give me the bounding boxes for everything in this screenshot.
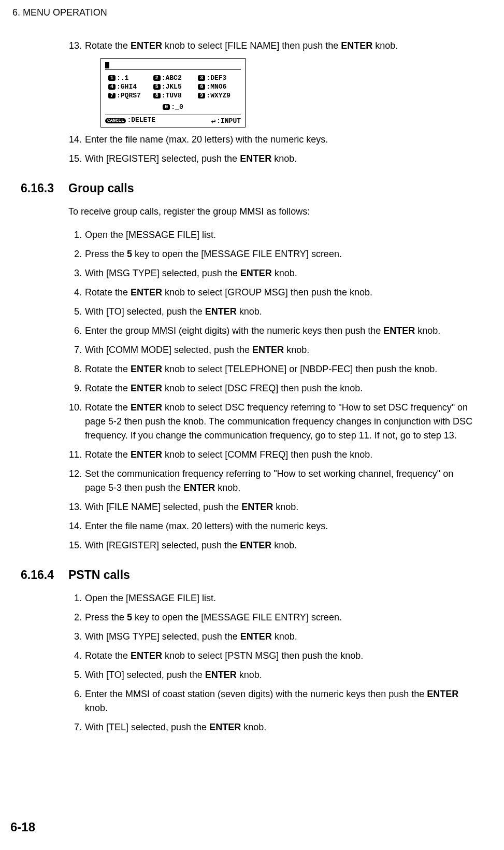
list-item: 12.Set the communication frequency refer… [68, 467, 473, 495]
list-item: 3.With [MSG TYPE] selected, push the ENT… [68, 630, 473, 644]
step-number: 13. [68, 39, 85, 53]
page-header: 6. MENU OPERATION [12, 7, 473, 18]
list-item: 4.Rotate the ENTER knob to select [GROUP… [68, 286, 473, 300]
list-item: 8.Rotate the ENTER knob to select [TELEP… [68, 362, 473, 376]
page: 6. MENU OPERATION 13. Rotate the ENTER k… [0, 0, 504, 760]
content: 13. Rotate the ENTER knob to select [FIL… [68, 39, 473, 166]
key-7: 7:PQRS7 [108, 92, 148, 100]
list-item: 3.With [MSG TYPE] selected, push the ENT… [68, 266, 473, 280]
list-item: 15.With [REGISTER] selected, push the EN… [68, 539, 473, 552]
keypad-grid: 1:.1 2:ABC2 3:DEF3 4:GHI4 5:JKL5 6:MNO6 … [108, 74, 238, 100]
list-item: 15. With [REGISTER] selected, push the E… [68, 152, 473, 166]
list-item: 2.Press the 5 key to open the [MESSAGE F… [68, 611, 473, 625]
section-title: PSTN calls [68, 568, 130, 582]
step-number: 14. [68, 133, 85, 147]
key-8: 8:TUV8 [153, 92, 193, 100]
list-item: 10.Rotate the ENTER knob to select DSC f… [68, 401, 473, 443]
page-number: 6-18 [10, 820, 35, 834]
step-text: Enter the file name (max. 20 letters) wi… [85, 133, 473, 147]
key-1: 1:.1 [108, 74, 148, 82]
section-title: Group calls [68, 181, 134, 195]
step-number: 15. [68, 152, 85, 166]
pstn-calls-steps: 1.Open the [MESSAGE FILE] list. 2.Press … [68, 591, 473, 734]
list-item: 9.Rotate the ENTER knob to select [DSC F… [68, 381, 473, 395]
list-item: 4.Rotate the ENTER knob to select [PSTN … [68, 649, 473, 663]
section-intro: To receive group calls, register the gro… [68, 205, 473, 219]
key-2: 2:ABC2 [153, 74, 193, 82]
section-number: 6.16.4 [21, 568, 68, 582]
list-item: 7.With [TEL] selected, push the ENTER kn… [68, 720, 473, 734]
list-item: 13. Rotate the ENTER knob to select [FIL… [68, 39, 473, 53]
list-item: 5.With [TO] selected, push the ENTER kno… [68, 668, 473, 682]
key-6: 6:MNO6 [198, 83, 238, 91]
list-item: 11.Rotate the ENTER knob to select [COMM… [68, 448, 473, 462]
cancel-key: CANCEL:DELETE [105, 116, 155, 125]
list-item: 13.With [FILE NAME] selected, push the E… [68, 500, 473, 514]
group-calls-steps: 1.Open the [MESSAGE FILE] list. 2.Press … [68, 228, 473, 552]
list-item: 1.Open the [MESSAGE FILE] list. [68, 228, 473, 242]
top-steps-cont: 14. Enter the file name (max. 20 letters… [68, 133, 473, 166]
input-key: ↵:INPUT [211, 116, 241, 125]
list-item: 14.Enter the file name (max. 20 letters)… [68, 519, 473, 533]
cursor-icon [105, 62, 109, 68]
list-item: 5.With [TO] selected, push the ENTER kno… [68, 305, 473, 319]
keypad-footer: CANCEL:DELETE ↵:INPUT [105, 114, 241, 125]
key-0: 0:_0 [163, 103, 183, 111]
section-heading: 6.16.3 Group calls [10, 181, 473, 195]
enter-arrow-icon: ↵ [211, 117, 215, 125]
key-4: 4:GHI4 [108, 83, 148, 91]
list-item: 7.With [COMM MODE] selected, push the EN… [68, 343, 473, 357]
top-steps: 13. Rotate the ENTER knob to select [FIL… [68, 39, 473, 53]
section-heading: 6.16.4 PSTN calls [10, 568, 473, 582]
list-item: 2.Press the 5 key to open the [MESSAGE F… [68, 247, 473, 261]
key-3: 3:DEF3 [198, 74, 238, 82]
section-content: 1.Open the [MESSAGE FILE] list. 2.Press … [68, 591, 473, 734]
section-number: 6.16.3 [21, 181, 68, 195]
key-9: 9:WXYZ9 [198, 92, 238, 100]
list-item: 1.Open the [MESSAGE FILE] list. [68, 591, 473, 605]
key-0-row: 0:_0 [105, 103, 241, 111]
section-content: To receive group calls, register the gro… [68, 205, 473, 552]
device-keypad-figure: 1:.1 2:ABC2 3:DEF3 4:GHI4 5:JKL5 6:MNO6 … [100, 58, 246, 128]
list-item: 14. Enter the file name (max. 20 letters… [68, 133, 473, 147]
list-item: 6.Enter the MMSI of coast station (seven… [68, 687, 473, 715]
filename-input-display [105, 62, 241, 70]
step-text: With [REGISTER] selected, push the ENTER… [85, 152, 473, 166]
list-item: 6.Enter the group MMSI (eight digits) wi… [68, 324, 473, 338]
step-text: Rotate the ENTER knob to select [FILE NA… [85, 39, 473, 53]
key-5: 5:JKL5 [153, 83, 193, 91]
